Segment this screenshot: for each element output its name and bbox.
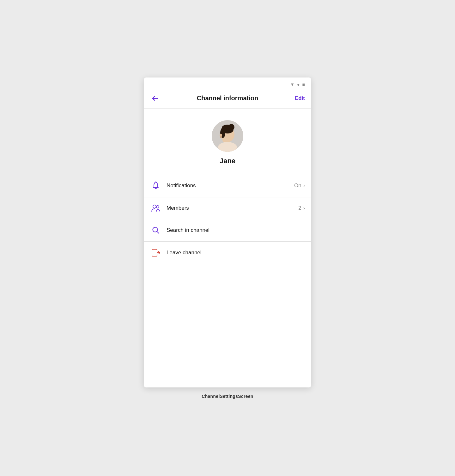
svg-rect-15 bbox=[152, 249, 157, 256]
menu-list: Notifications On › Members 2 › bbox=[144, 174, 311, 264]
notifications-value: On bbox=[294, 182, 301, 189]
svg-point-12 bbox=[153, 205, 156, 208]
bell-icon bbox=[150, 181, 161, 190]
channel-name: Jane bbox=[220, 157, 235, 165]
edit-button[interactable]: Edit bbox=[295, 95, 305, 102]
svg-point-2 bbox=[218, 142, 237, 152]
search-label: Search in channel bbox=[167, 227, 305, 233]
svg-point-13 bbox=[156, 206, 159, 208]
search-menu-item[interactable]: Search in channel bbox=[144, 219, 311, 242]
svg-point-10 bbox=[222, 139, 229, 142]
members-chevron: › bbox=[303, 205, 305, 211]
leave-channel-label: Leave channel bbox=[167, 250, 305, 256]
status-bar: ▼ ● ■ bbox=[144, 77, 311, 90]
leave-icon bbox=[150, 249, 161, 257]
notifications-label: Notifications bbox=[167, 182, 294, 189]
phone-screen: ▼ ● ■ Channel information Edit bbox=[144, 77, 311, 387]
header: Channel information Edit bbox=[144, 90, 311, 109]
members-menu-item[interactable]: Members 2 › bbox=[144, 197, 311, 219]
notifications-chevron: › bbox=[303, 183, 305, 189]
svg-point-11 bbox=[155, 182, 156, 182]
back-arrow-icon bbox=[151, 95, 159, 102]
people-icon bbox=[150, 204, 161, 212]
members-value: 2 bbox=[298, 205, 301, 211]
svg-point-7 bbox=[221, 126, 234, 133]
avatar-image bbox=[212, 120, 243, 152]
signal-icon: ▼ bbox=[290, 82, 294, 87]
leave-channel-menu-item[interactable]: Leave channel bbox=[144, 242, 311, 264]
search-icon bbox=[150, 226, 161, 234]
battery-icon: ■ bbox=[302, 82, 305, 87]
page-title: Channel information bbox=[197, 95, 258, 102]
notifications-menu-item[interactable]: Notifications On › bbox=[144, 174, 311, 197]
wifi-icon: ● bbox=[297, 82, 300, 87]
back-button[interactable] bbox=[150, 93, 160, 103]
members-label: Members bbox=[167, 205, 298, 211]
avatar bbox=[212, 120, 243, 152]
profile-section: Jane bbox=[144, 109, 311, 174]
screen-label: ChannelSettingsScreen bbox=[202, 394, 253, 399]
